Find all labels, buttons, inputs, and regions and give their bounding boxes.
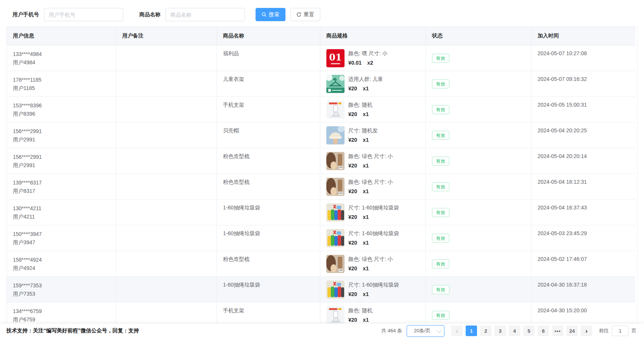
user-phone: 150****3947 [13,230,110,238]
product-name-cell: 粉色造型梳 [217,174,320,200]
product-thumbnail[interactable] [326,203,345,222]
product-spec-cell: 尺寸: 1-60抽绳垃圾袋 ¥20x1 [320,277,426,302]
product-thumbnail[interactable] [326,281,345,299]
page-size-value: 20条/页 [414,327,430,334]
quantity: x1 [363,85,369,91]
user-info-cell: 178****1185 用户1185 [7,71,116,97]
pager-page-1[interactable]: 1 [466,326,477,336]
table-row: 158****4924 用户4924 粉色造型梳 颜色: 绿色 尺寸: 小 ¥2… [7,251,637,277]
col-header-product-spec: 商品规格 [320,27,426,45]
search-button[interactable]: 搜索 [256,8,285,21]
quantity: x1 [363,214,369,220]
join-time-cell: 2024-05-07 10:27:08 [532,45,635,71]
user-remark-cell [116,225,217,251]
col-header-product-name: 商品名称 [217,27,320,45]
spec-text: 颜色: 随机 [348,307,373,314]
user-remark-cell [116,174,217,200]
goto-page-input[interactable] [612,326,628,336]
product-thumbnail[interactable] [326,229,345,247]
status-badge: 有效 [432,182,449,191]
quantity: x1 [363,163,369,169]
col-header-status: 状态 [426,27,532,45]
price: ¥20 [348,111,357,117]
status-cell: 有效 [426,200,532,225]
user-remark-cell [116,97,217,122]
product-thumbnail[interactable] [326,75,345,93]
user-nickname: 用户4924 [13,264,110,272]
product-thumbnail[interactable]: 01 [326,49,345,67]
pager-more-button[interactable]: ••• [552,326,563,336]
user-info-cell: 156****2991 用户2991 [7,148,116,174]
status-badge: 有效 [432,105,449,114]
quantity: x1 [363,240,369,246]
quantity: x1 [363,137,369,143]
product-thumbnail[interactable] [326,306,345,324]
user-info-cell: 156****2991 用户2991 [7,122,116,148]
pager-page-2[interactable]: 2 [480,326,491,336]
product-thumbnail[interactable] [326,152,345,170]
product-thumbnail[interactable] [326,101,345,119]
pager-last-page-button[interactable]: 24 [566,326,578,336]
pager-page-4[interactable]: 4 [509,326,520,336]
user-info-cell: 130****4211 用户4211 [7,200,116,225]
results-table: 用户信息 用户备注 商品名称 商品规格 状态 加入时间 133****4984 … [6,26,638,328]
quantity: x1 [363,111,369,117]
user-info-cell: 150****3947 用户3947 [7,225,116,251]
price: ¥20 [348,163,357,169]
price: ¥20 [348,317,357,323]
pager-prev-button[interactable]: ‹ [451,326,463,336]
user-nickname: 用户2991 [13,136,110,144]
table-row: 156****2991 用户2991 粉色造型梳 颜色: 绿色 尺寸: 小 ¥2… [7,148,637,174]
product-thumbnail[interactable] [326,178,345,196]
pager-pages: 123456 [464,326,550,336]
quantity: x1 [363,188,369,194]
join-time-cell: 2024-05-07 09:16:32 [532,71,635,97]
phone-input[interactable] [44,8,123,21]
table-row: 133****4984 用户4984 福利品 01 颜色: 嘿 尺寸: 小 ¥0… [7,45,637,71]
search-button-label: 搜索 [269,11,279,18]
user-remark-cell [116,122,217,148]
col-header-join-time: 加入时间 [532,27,635,45]
user-info-cell: 159****7353 用户7353 [7,277,116,302]
spec-text: 尺寸: 随机发 [348,127,378,134]
spec-text: 尺寸: 1-60抽绳垃圾袋 [348,282,399,288]
user-phone: 159****7353 [13,282,110,290]
user-remark-cell [116,277,217,302]
status-cell: 有效 [426,148,532,174]
table-header-row: 用户信息 用户备注 商品名称 商品规格 状态 加入时间 [7,27,637,45]
product-name-cell: 儿童衣架 [217,71,320,97]
user-phone: 130****4211 [13,205,110,212]
page-size-select[interactable]: 20条/页 [407,325,444,337]
status-badge: 有效 [432,54,449,63]
pager-page-5[interactable]: 5 [523,326,535,336]
product-thumbnail[interactable] [326,255,345,273]
status-cell: 有效 [426,45,532,71]
reset-button[interactable]: 重置 [290,8,320,21]
status-badge: 有效 [432,131,449,140]
user-nickname: 用户6759 [13,316,110,324]
join-time-cell: 2024-05-03 23:45:29 [532,225,635,251]
price: ¥0.01 [348,60,362,66]
product-name-input[interactable] [165,8,245,21]
quantity: x2 [367,60,373,66]
pager-page-6[interactable]: 6 [538,326,549,336]
pager-next-button[interactable]: › [581,326,592,336]
product-name-cell: 粉色造型梳 [217,251,320,277]
product-spec-cell: 尺寸: 1-60抽绳垃圾袋 ¥20x1 [320,200,426,225]
product-spec-cell: 01 颜色: 嘿 尺寸: 小 ¥0.01x2 [320,45,426,71]
user-info-cell: 133****4984 用户4984 [7,45,116,71]
user-phone: 158****4924 [13,256,110,264]
product-spec-cell: 颜色: 绿色 尺寸: 小 ¥20x1 [320,148,426,174]
user-phone: 153****8396 [13,102,110,110]
product-spec-cell: 适用人群: 儿童 ¥20x1 [320,71,426,97]
quantity: x1 [363,291,369,297]
user-nickname: 用户3947 [13,239,110,247]
price: ¥20 [348,85,357,91]
product-name-cell: 手机支架 [217,97,320,122]
table-row: 153****8396 用户8396 手机支架 颜色: 随机 ¥20x1 有效 … [7,97,637,122]
product-thumbnail[interactable] [326,126,345,144]
pager-page-3[interactable]: 3 [494,326,506,336]
join-time-cell: 2024-05-04 18:12:31 [532,174,635,200]
status-badge: 有效 [432,208,449,217]
chevron-down-icon [437,328,442,333]
